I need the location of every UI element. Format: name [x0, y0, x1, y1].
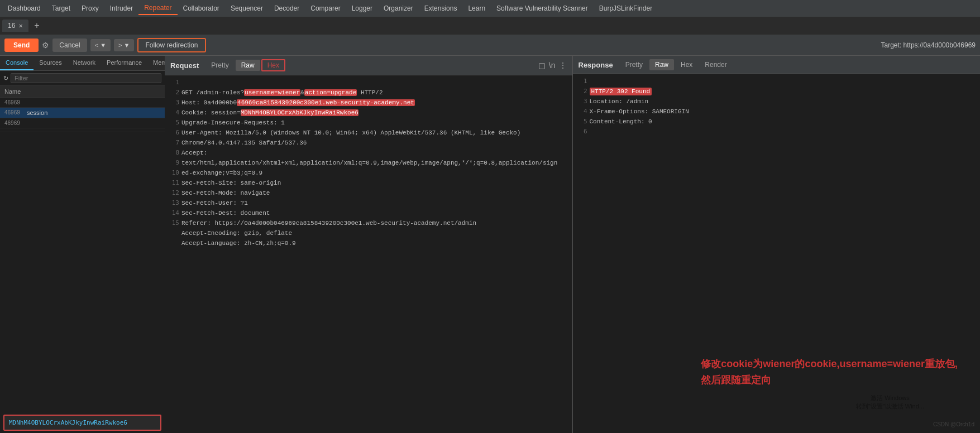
devtools-row-0[interactable]: 46969 — [0, 98, 165, 108]
request-panel: Request Pretty Raw Hex ▢ \n ⋮ 1234567891… — [165, 56, 573, 433]
response-editor-area[interactable]: 123456 HTTP/2 302 Found Location: /admin… — [573, 74, 981, 433]
nav-prev-button[interactable]: < ▼ — [90, 39, 111, 51]
response-panel-title: Response — [579, 61, 613, 69]
burp-section: Request Pretty Raw Hex ▢ \n ⋮ 1234567891… — [165, 56, 980, 433]
target-info: Target: https://0a4d000b046969 — [881, 41, 976, 49]
request-tab-raw[interactable]: Raw — [236, 60, 260, 71]
response-tab-raw[interactable]: Raw — [649, 59, 674, 70]
send-button[interactable]: Send — [4, 39, 39, 52]
devtools-tab-network[interactable]: Network — [68, 56, 101, 70]
request-editor-text: GET /admin-roles?username=wiener&action=… — [181, 78, 572, 258]
devtools-row-2[interactable]: 46969 — [0, 118, 165, 128]
nav-dashboard[interactable]: Dashboard — [2, 2, 46, 15]
devtools-filter-bar: ↻ — [0, 71, 165, 86]
tab-number: 16 — [8, 22, 15, 30]
nav-proxy[interactable]: Proxy — [76, 2, 104, 15]
request-panel-header: Request Pretty Raw Hex ▢ \n ⋮ — [165, 56, 572, 75]
wrap-icon[interactable]: ▢ — [538, 61, 546, 70]
repeater-tab-16[interactable]: 16 ✕ — [2, 20, 28, 32]
panels: Request Pretty Raw Hex ▢ \n ⋮ 1234567891… — [165, 56, 980, 433]
request-tab-hex[interactable]: Hex — [261, 59, 285, 71]
devtools-tab-console[interactable]: Console — [0, 56, 34, 70]
devtools-tab-performance[interactable]: Performance — [101, 56, 147, 70]
response-tab-pretty[interactable]: Pretty — [620, 59, 648, 70]
nav-organizer[interactable]: Organizer — [378, 2, 419, 15]
newline-icon[interactable]: \n — [549, 61, 556, 70]
nav-sequencer[interactable]: Sequencer — [225, 2, 269, 15]
nav-collaborator[interactable]: Collaborator — [178, 2, 225, 15]
left-panel: Console Sources Network Performance Memo… — [0, 56, 165, 433]
request-editor-content: 123456789101112131415 GET /admin-roles?u… — [165, 78, 572, 258]
tab-close-button[interactable]: ✕ — [18, 23, 23, 29]
tab-add-button[interactable]: + — [30, 18, 44, 33]
toolbar: Send ⚙ Cancel < ▼ > ▼ Follow redirection… — [0, 35, 980, 56]
response-panel: Response Pretty Raw Hex Render 123456 HT… — [573, 56, 981, 433]
response-editor-text: HTTP/2 302 Found Location: /admin X-Fram… — [590, 76, 981, 157]
nav-burpjslinkfinder[interactable]: BurpJSLinkFinder — [594, 2, 658, 15]
activate-windows-watermark: 激活 Windows 转到"设置"以激活 Wind... — [856, 394, 924, 411]
tab-bar: 16 ✕ + — [0, 17, 980, 35]
response-tab-render[interactable]: Render — [699, 59, 732, 70]
nav-next-button[interactable]: > ▼ — [114, 39, 134, 51]
request-line-numbers: 123456789101112131415 — [165, 78, 181, 258]
settings-button[interactable]: ⚙ — [42, 41, 49, 50]
response-line-numbers: 123456 — [573, 76, 590, 157]
main-content: Console Sources Network Performance Memo… — [0, 56, 980, 433]
col-header-name: Name — [0, 86, 165, 98]
nav-logger[interactable]: Logger — [346, 2, 378, 15]
request-panel-title: Request — [170, 61, 199, 70]
devtools-row-1[interactable]: 46969 session — [0, 108, 165, 118]
cookie-value-item[interactable]: MDNhM4OBYLOCrxAbKJkyInwRaiRwkoe6 — [3, 415, 161, 431]
nav-decoder[interactable]: Decoder — [269, 2, 305, 15]
nav-target[interactable]: Target — [46, 2, 76, 15]
follow-redirection-button[interactable]: Follow redirection — [137, 38, 205, 52]
response-panel-header: Response Pretty Raw Hex Render — [573, 56, 981, 74]
nav-software-vuln-scanner[interactable]: Software Vulnerability Scanner — [491, 2, 594, 15]
response-editor-content: 123456 HTTP/2 302 Found Location: /admin… — [573, 76, 981, 157]
panel-icons: ▢ \n ⋮ — [538, 61, 567, 70]
devtools-tab-sources[interactable]: Sources — [34, 56, 67, 70]
cancel-button[interactable]: Cancel — [52, 39, 87, 52]
response-tab-hex[interactable]: Hex — [675, 59, 698, 70]
filter-input[interactable] — [11, 73, 161, 83]
csdn-watermark: CSDN @Orch1d — [933, 421, 974, 427]
request-tab-pretty[interactable]: Pretty — [205, 60, 234, 71]
nav-comparer[interactable]: Comparer — [305, 2, 346, 15]
nav-intruder[interactable]: Intruder — [104, 2, 138, 15]
more-icon[interactable]: ⋮ — [559, 61, 567, 70]
request-editor-area[interactable]: 123456789101112131415 GET /admin-roles?u… — [165, 75, 572, 433]
nav-repeater[interactable]: Repeater — [138, 2, 177, 15]
nav-extensions[interactable]: Extensions — [419, 2, 463, 15]
filter-refresh-icon[interactable]: ↻ — [3, 75, 8, 82]
devtools-row-3[interactable] — [0, 128, 165, 132]
devtools-rows: 46969 46969 session 46969 — [0, 98, 165, 412]
devtools-tabs: Console Sources Network Performance Memo… — [0, 56, 165, 71]
nav-learn[interactable]: Learn — [462, 2, 491, 15]
top-nav: Dashboard Target Proxy Intruder Repeater… — [0, 0, 980, 17]
